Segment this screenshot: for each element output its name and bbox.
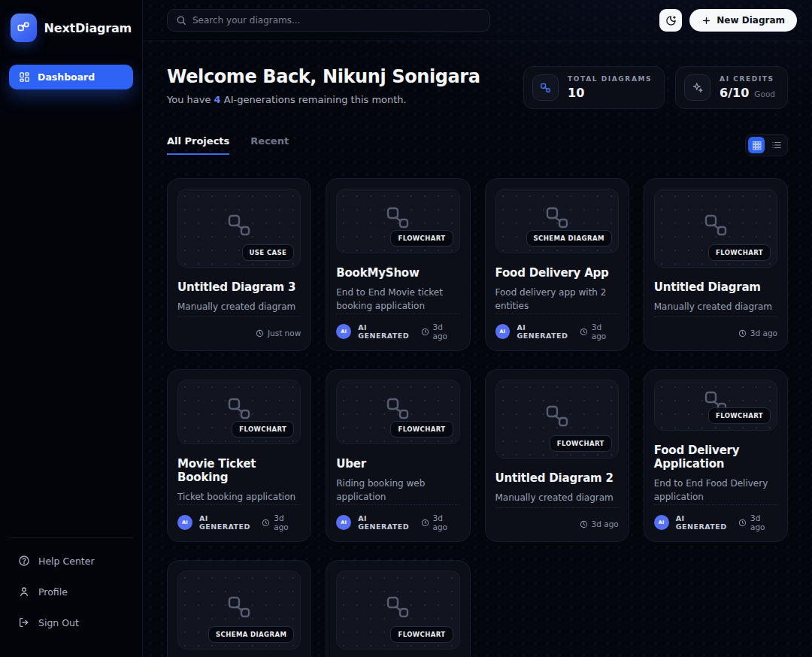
user-icon [18, 586, 30, 598]
stat-label: AI CREDITS [720, 75, 775, 83]
sidebar-item-profile[interactable]: Profile [11, 580, 132, 604]
diagram-card[interactable]: FLOWCHART Untitled Diagram Manually crea… [644, 178, 788, 351]
ai-badge-icon: AI [654, 515, 669, 530]
clock-icon [738, 519, 747, 527]
diagram-description: Food delivery app with 2 entities [495, 286, 619, 313]
card-divider [177, 504, 301, 505]
diagram-card[interactable]: FLOWCHART BookMyShow End to End Movie ti… [326, 178, 470, 351]
app-logo-icon [11, 14, 37, 42]
diagram-preview: FLOWCHART [177, 380, 301, 444]
diagram-card[interactable]: FLOWCHART Movie Ticket Booking Ticket bo… [167, 369, 311, 542]
card-footer: 3d ago [495, 516, 619, 531]
search-bar[interactable] [167, 9, 490, 32]
diagram-preview: FLOWCHART [336, 189, 459, 253]
timestamp: 3d ago [580, 322, 619, 341]
diagram-grid: USE CASE Untitled Diagram 3 Manually cre… [167, 178, 788, 657]
card-divider [495, 313, 619, 314]
diagram-preview: FLOWCHART [654, 380, 777, 431]
diagram-title: Food Delivery Application [654, 444, 777, 471]
diagram-title: Uber [336, 457, 459, 471]
timestamp: 3d ago [738, 328, 777, 338]
page-title: Welcome Back, Nikunj Sonigara [167, 66, 480, 87]
main-area: New Diagram Welcome Back, Nikunj Sonigar… [143, 0, 812, 657]
app-title: NextDiagram [44, 21, 132, 35]
card-divider [177, 316, 301, 317]
diagram-glyph-icon [382, 594, 414, 624]
diagram-card[interactable]: SCHEMA DIAGRAM Food Delivery App Food de… [485, 178, 629, 351]
card-divider [495, 507, 619, 508]
diagram-title: Food Delivery App [495, 266, 619, 280]
help-circle-icon [18, 555, 30, 567]
diagram-description: Riding booking web application [336, 477, 459, 504]
stat-total-diagrams: TOTAL DIAGRAMS 10 [523, 66, 665, 109]
timestamp: 3d ago [421, 513, 460, 531]
tab-recent[interactable]: Recent [250, 135, 289, 155]
new-diagram-label: New Diagram [717, 15, 785, 26]
timestamp-label: 3d ago [592, 519, 619, 528]
card-footer: AI AI GENERATED 3d ago [495, 322, 619, 341]
view-toggle [745, 134, 788, 156]
diagram-card[interactable]: FLOWCHART Food Delivery Application End … [644, 369, 788, 542]
diagram-description: Manually created diagram [654, 300, 777, 314]
new-diagram-button[interactable]: New Diagram [689, 9, 797, 32]
content: Welcome Back, Nikunj Sonigara You have 4… [143, 41, 812, 657]
diagram-title: Untitled Diagram 2 [495, 471, 619, 485]
ai-generated-label: AI GENERATED [199, 514, 262, 531]
grid-view-button[interactable] [748, 137, 765, 153]
diagram-type-badge: FLOWCHART [708, 407, 771, 424]
logo-row: NextDiagram [0, 0, 142, 57]
stat-note: Good [754, 89, 775, 98]
ai-badge-icon: AI [495, 324, 511, 339]
card-footer: 3d ago [654, 325, 777, 341]
subtitle-count: 4 [214, 94, 221, 105]
diagram-type-badge: FLOWCHART [390, 626, 453, 643]
diagram-glyph-icon [223, 212, 255, 242]
timestamp-label: 3d ago [432, 513, 459, 531]
sidebar-item-help-center[interactable]: Help Center [11, 549, 132, 573]
card-footer: AI AI GENERATED 3d ago [654, 513, 777, 531]
diagram-glyph-icon [223, 594, 255, 624]
card-divider [654, 316, 777, 317]
diagram-type-badge: USE CASE [242, 244, 295, 261]
diagram-preview: SCHEMA DIAGRAM [495, 189, 619, 253]
diagram-title: Untitled Diagram 3 [177, 280, 301, 294]
diagram-title: BookMyShow [336, 266, 459, 280]
diagram-description: Manually created diagram [495, 491, 619, 505]
diagram-card[interactable]: FLOWCHART Untitled Diagram 1 [326, 560, 470, 657]
plus-icon [701, 16, 711, 26]
diagram-card[interactable]: USE CASE Untitled Diagram 3 Manually cre… [167, 178, 311, 351]
ai-generated-chip: AI AI GENERATED [336, 323, 420, 340]
diagram-card[interactable]: FLOWCHART Untitled Diagram 2 Manually cr… [485, 369, 629, 542]
diagram-preview: FLOWCHART [336, 380, 459, 444]
welcome-block: Welcome Back, Nikunj Sonigara You have 4… [167, 66, 480, 105]
card-divider [336, 313, 459, 314]
diagram-preview: FLOWCHART [336, 571, 459, 649]
sidebar-item-dashboard[interactable]: Dashboard [9, 65, 133, 89]
timestamp: 3d ago [421, 322, 460, 341]
search-input[interactable] [192, 15, 481, 26]
clock-icon [421, 328, 429, 336]
dashboard-icon [19, 71, 30, 83]
diagram-type-badge: FLOWCHART [550, 435, 612, 452]
list-icon [771, 140, 782, 150]
diagram-type-badge: FLOWCHART [390, 230, 453, 247]
list-view-button[interactable] [768, 137, 785, 153]
diagram-card[interactable]: FLOWCHART Uber Riding booking web applic… [326, 369, 470, 542]
diagram-description: Ticket booking application [177, 490, 301, 504]
card-divider [654, 504, 777, 505]
ai-generated-chip: AI AI GENERATED [654, 514, 738, 531]
clock-icon [738, 329, 747, 338]
card-footer: Just now [177, 325, 301, 341]
card-footer: AI AI GENERATED 3d ago [336, 513, 459, 531]
diagram-glyph-icon [541, 403, 573, 433]
sidebar-item-sign-out[interactable]: Sign Out [11, 610, 132, 634]
timestamp-label: 3d ago [750, 328, 777, 338]
sparkles-icon [684, 74, 710, 101]
tab-all-projects[interactable]: All Projects [167, 135, 229, 155]
diagram-card[interactable]: SCHEMA DIAGRAM Food Ordering System [167, 560, 311, 657]
diagram-description: End to End Food Delivery application [654, 477, 777, 504]
diagram-title: Movie Ticket Booking [177, 457, 301, 484]
timestamp-label: 3d ago [750, 513, 777, 531]
theme-toggle-button[interactable] [659, 9, 682, 32]
ai-badge-icon: AI [336, 515, 351, 530]
